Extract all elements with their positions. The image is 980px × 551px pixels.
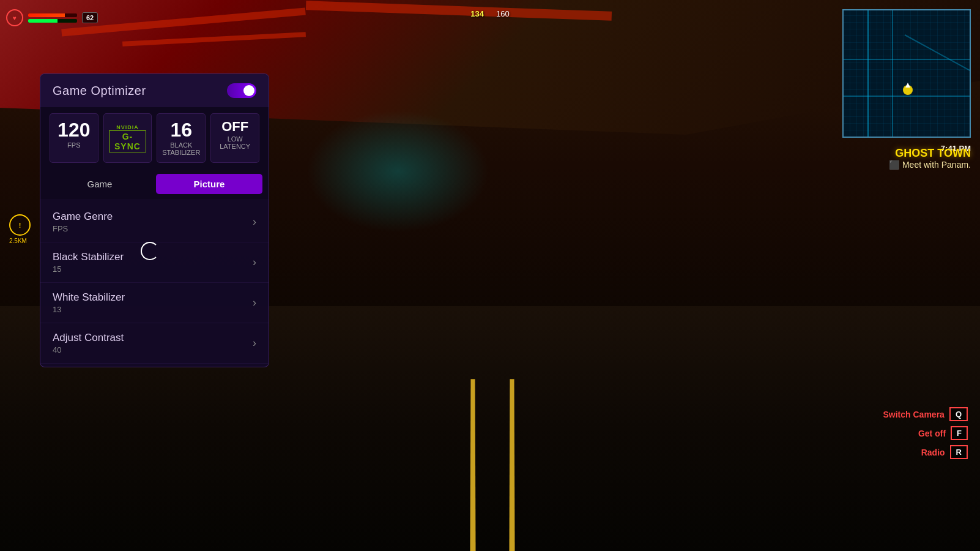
setting-game-genre[interactable]: Game Genre FPS › bbox=[40, 202, 269, 242]
white-stabilizer-value: 13 bbox=[53, 305, 125, 314]
adjust-contrast-chevron: › bbox=[253, 337, 256, 350]
black-stabilizer-label: Black Stabilizer bbox=[162, 141, 200, 156]
distance-glow bbox=[306, 110, 489, 233]
panel-title: Game Optimizer bbox=[53, 84, 146, 98]
black-stabilizer-value: 16 bbox=[162, 120, 200, 140]
stats-row: 120 FPS NVIDIA G-SYNC 16 Black Stabilize… bbox=[40, 107, 269, 169]
ceiling-beam-3 bbox=[306, 1, 612, 20]
setting-white-stabilizer[interactable]: White Stabilizer 13 › bbox=[40, 283, 269, 323]
black-stabilizer-info: Black Stabilizer 15 bbox=[53, 251, 124, 274]
black-stabilizer-stat-box[interactable]: 16 Black Stabilizer bbox=[157, 113, 206, 163]
settings-list: Game Genre FPS › Black Stabilizer 15 › W… bbox=[40, 199, 269, 367]
adjust-contrast-name: Adjust Contrast bbox=[53, 332, 124, 344]
black-stabilizer-chevron: › bbox=[253, 256, 256, 269]
adjust-contrast-info: Adjust Contrast 40 bbox=[53, 332, 124, 354]
gsync-text: G-SYNC bbox=[109, 130, 147, 152]
tab-game[interactable]: Game bbox=[46, 174, 153, 194]
game-genre-value: FPS bbox=[53, 224, 113, 233]
nvidia-label: NVIDIA bbox=[116, 124, 139, 130]
ceiling-beam-2 bbox=[122, 32, 306, 47]
power-toggle[interactable] bbox=[227, 83, 256, 98]
low-latency-label: Low Latency bbox=[216, 135, 254, 150]
gsync-stat-box[interactable]: NVIDIA G-SYNC bbox=[103, 113, 152, 163]
low-latency-stat-box[interactable]: OFF Low Latency bbox=[210, 113, 259, 163]
gsync-logo: NVIDIA G-SYNC bbox=[109, 124, 147, 152]
game-genre-info: Game Genre FPS bbox=[53, 211, 113, 233]
road-line-left bbox=[470, 379, 475, 551]
low-latency-value: OFF bbox=[216, 120, 254, 133]
setting-black-stabilizer[interactable]: Black Stabilizer 15 › bbox=[40, 242, 269, 283]
game-genre-name: Game Genre bbox=[53, 211, 113, 223]
tab-picture[interactable]: Picture bbox=[156, 174, 262, 194]
tabs-row: Game Picture bbox=[40, 169, 269, 199]
fps-value: 120 bbox=[55, 120, 93, 140]
game-genre-chevron: › bbox=[253, 216, 256, 228]
road-line-right bbox=[509, 379, 514, 551]
panel-header: Game Optimizer bbox=[40, 74, 269, 107]
setting-adjust-contrast[interactable]: Adjust Contrast 40 › bbox=[40, 323, 269, 364]
adjust-contrast-value: 40 bbox=[53, 345, 124, 354]
black-stabilizer-name: Black Stabilizer bbox=[53, 251, 124, 263]
toggle-knob bbox=[243, 85, 254, 96]
white-stabilizer-name: White Stabilizer bbox=[53, 291, 125, 304]
fps-label: FPS bbox=[55, 141, 93, 149]
white-stabilizer-chevron: › bbox=[253, 296, 256, 309]
fps-stat-box[interactable]: 120 FPS bbox=[50, 113, 98, 163]
black-stabilizer-setting-value: 15 bbox=[53, 264, 124, 274]
optimizer-panel: Game Optimizer 120 FPS NVIDIA G-SYNC 16 … bbox=[40, 73, 269, 367]
white-stabilizer-info: White Stabilizer 13 bbox=[53, 291, 125, 314]
ceiling-beam-1 bbox=[61, 8, 306, 37]
